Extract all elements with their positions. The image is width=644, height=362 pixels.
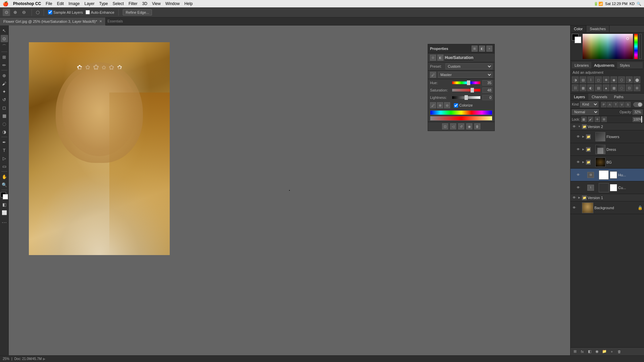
blur-tool[interactable]: ◌ xyxy=(1,120,8,127)
eyedropper-tool[interactable]: ✏ xyxy=(1,61,8,69)
menu-window[interactable]: Window xyxy=(165,1,180,6)
posterize-adj[interactable]: ▤ xyxy=(595,84,602,91)
properties-expand[interactable]: » xyxy=(486,46,492,52)
menu-select[interactable]: Select xyxy=(113,1,124,6)
lightness-value-input[interactable] xyxy=(482,95,492,100)
filter-adj-icon[interactable]: A xyxy=(607,102,612,107)
adjustments-tab[interactable]: Adjustments xyxy=(591,62,617,69)
prev-state-button[interactable]: ◁ xyxy=(450,123,456,129)
clone-stamp-tool[interactable]: ✦ xyxy=(1,88,8,95)
filter-type-icon[interactable]: T xyxy=(613,102,619,107)
hue-value-input[interactable] xyxy=(482,80,492,85)
brightness-contrast-adj[interactable]: ◑ xyxy=(572,76,579,83)
menu-help[interactable]: Help xyxy=(184,1,193,6)
add-group-button[interactable]: 📁 xyxy=(601,349,607,355)
background-swatch[interactable] xyxy=(575,37,581,43)
auto-enhance-checkbox[interactable] xyxy=(86,10,90,14)
layers-tab[interactable]: Layers xyxy=(571,94,588,100)
auto-enhance-option[interactable]: Auto-Enhance xyxy=(86,10,114,14)
channel-select[interactable]: Master xyxy=(438,72,492,78)
channel-mixer-adj[interactable]: ☷ xyxy=(572,84,579,91)
lock-transparent-pixels[interactable]: ▦ xyxy=(581,117,587,122)
gradient-tool[interactable]: ▦ xyxy=(1,112,8,119)
lock-position[interactable]: ✛ xyxy=(595,117,600,122)
adj-8[interactable]: ⊡ xyxy=(626,84,633,91)
shape-tool[interactable]: ▭ xyxy=(1,163,8,170)
add-mask-button[interactable]: ◧ xyxy=(587,349,593,355)
prop-tool-eyedropper[interactable]: 🖊 xyxy=(430,102,436,108)
vibrance-adj[interactable]: ❋ xyxy=(603,76,609,83)
add-layer-button[interactable]: + xyxy=(609,349,615,355)
version2-expand[interactable]: ▼ xyxy=(578,125,581,128)
layer-kind-filter[interactable]: Kind xyxy=(580,102,598,107)
background-color[interactable] xyxy=(3,194,8,199)
move-tool[interactable]: ↖ xyxy=(1,27,8,34)
libraries-tab[interactable]: Libraries xyxy=(572,62,591,69)
hand-tool[interactable]: ✋ xyxy=(1,173,8,180)
eraser-tool[interactable]: ◻ xyxy=(1,104,8,111)
levels-adj[interactable]: ▤ xyxy=(580,76,586,83)
bw-adj[interactable]: ◑ xyxy=(626,76,633,83)
curves-adj[interactable]: ⌇ xyxy=(587,76,594,83)
color-tab[interactable]: Color xyxy=(571,25,586,32)
lasso-tool[interactable]: ⌒ xyxy=(1,43,8,50)
zoom-tool[interactable]: 🔍 xyxy=(1,181,8,188)
document-close-button[interactable]: ✕ xyxy=(99,19,102,23)
type-tool[interactable]: T xyxy=(1,146,8,154)
selection-tool[interactable]: ⊙ xyxy=(1,35,8,42)
fg-bg-color-selector[interactable] xyxy=(572,34,581,43)
apple-menu[interactable]: 🍎 xyxy=(3,1,8,6)
hue-sat-adj[interactable]: ◉ xyxy=(610,76,617,83)
menu-layer[interactable]: Layer xyxy=(85,1,95,6)
flowers-expand[interactable]: ▶ xyxy=(582,135,585,138)
menu-image[interactable]: Image xyxy=(68,1,79,6)
screen-mode-tool[interactable]: ⬜ xyxy=(1,209,8,216)
exposure-adj[interactable]: ◻ xyxy=(595,76,602,83)
invert-adj[interactable]: ◐ xyxy=(587,84,594,91)
swatches-tab[interactable]: Swatches xyxy=(586,25,609,32)
healing-brush-tool[interactable]: ⊛ xyxy=(1,72,8,79)
flowers-layer-item[interactable]: 👁 ▶ 📁 Flowers xyxy=(571,130,644,143)
blend-mode-select[interactable]: Normal xyxy=(572,109,599,115)
erase-tool-option[interactable]: ⊖ xyxy=(20,9,28,16)
bg-expand[interactable]: ▶ xyxy=(582,161,585,164)
prop-tool-minus-eyedropper[interactable]: ⊖ xyxy=(444,102,450,108)
curves-visibility[interactable]: 👁 xyxy=(576,185,581,190)
channel-tool-1[interactable]: 🖊 xyxy=(430,72,436,78)
version1-group[interactable]: 👁 ▶ 📁 Version 1 xyxy=(571,194,644,201)
color-spectrum-box[interactable] xyxy=(583,34,633,59)
hue-slider[interactable] xyxy=(452,81,480,84)
lock-all[interactable]: ⊞ xyxy=(601,117,607,122)
search-icon[interactable]: 🔍 xyxy=(637,2,641,6)
toggle-visibility-button[interactable]: ◉ xyxy=(466,123,472,129)
refine-edge-button[interactable]: Refine Edge... xyxy=(123,9,152,15)
preset-select[interactable]: Custom xyxy=(445,63,492,69)
opacity-value-input[interactable] xyxy=(633,110,643,115)
menu-filter[interactable]: Filter xyxy=(128,1,138,6)
channels-tab[interactable]: Channels xyxy=(588,94,610,100)
sample-all-layers-option[interactable]: Sample All Layers xyxy=(48,10,83,14)
dress-expand[interactable]: ▶ xyxy=(582,148,585,151)
gradient-map-adj[interactable]: ▦ xyxy=(610,84,617,91)
background-layer-item[interactable]: 👁 Background 🔒 xyxy=(571,201,644,214)
bg-visibility[interactable]: 👁 xyxy=(576,160,581,165)
brush-tool-option[interactable]: ⊕ xyxy=(11,9,19,16)
hue-sat-icon-2[interactable]: ◧ xyxy=(437,55,443,61)
add-style-button[interactable]: fx xyxy=(579,349,585,355)
quick-selection-tool[interactable]: ⊙ xyxy=(3,9,10,16)
adj-9[interactable]: ⊞ xyxy=(634,84,640,91)
path-select-tool[interactable]: ▷ xyxy=(1,155,8,162)
brush-tool[interactable]: 🖌 xyxy=(1,80,8,87)
add-adjustment-button[interactable]: ◉ xyxy=(594,349,600,355)
version1-expand[interactable]: ▶ xyxy=(578,196,581,199)
filter-pixel-icon[interactable]: P xyxy=(601,102,606,107)
saturation-slider[interactable] xyxy=(452,89,480,92)
dress-visibility[interactable]: 👁 xyxy=(576,147,581,152)
hue-bar[interactable] xyxy=(634,34,638,59)
styles-tab[interactable]: Styles xyxy=(617,62,633,69)
dress-layer-item[interactable]: 👁 ▶ 📁 Dress xyxy=(571,143,644,156)
foreground-background-colors[interactable] xyxy=(1,192,8,199)
clip-to-layer-button[interactable]: ⊡ xyxy=(442,123,448,129)
prop-tool-plus-eyedropper[interactable]: ⊕ xyxy=(437,102,443,108)
layer-filter-toggle[interactable] xyxy=(633,102,643,107)
